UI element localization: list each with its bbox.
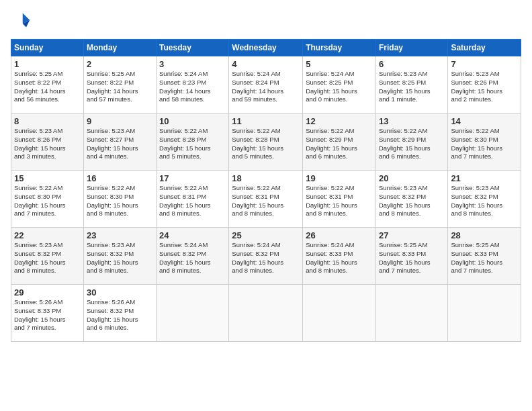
day-number: 17 <box>159 173 226 183</box>
day-number: 8 <box>14 116 81 126</box>
day-number: 28 <box>451 230 518 240</box>
calendar-cell: 8Sunrise: 5:23 AM Sunset: 8:26 PM Daylig… <box>11 113 84 171</box>
day-info: Sunrise: 5:26 AM Sunset: 8:32 PM Dayligh… <box>87 298 153 332</box>
calendar-header-row: SundayMondayTuesdayWednesdayThursdayFrid… <box>11 40 521 56</box>
day-number: 3 <box>159 59 226 69</box>
week-row-3: 15Sunrise: 5:22 AM Sunset: 8:30 PM Dayli… <box>11 171 521 228</box>
day-number: 12 <box>306 116 373 126</box>
day-info: Sunrise: 5:23 AM Sunset: 8:32 PM Dayligh… <box>14 241 81 275</box>
day-header-friday: Friday <box>375 40 447 56</box>
header <box>11 11 521 32</box>
calendar-cell: 6Sunrise: 5:23 AM Sunset: 8:25 PM Daylig… <box>375 56 447 113</box>
calendar-cell: 9Sunrise: 5:23 AM Sunset: 8:27 PM Daylig… <box>83 113 156 171</box>
calendar-cell: 25Sunrise: 5:24 AM Sunset: 8:32 PM Dayli… <box>229 228 303 285</box>
calendar-cell: 12Sunrise: 5:22 AM Sunset: 8:29 PM Dayli… <box>303 113 376 171</box>
day-info: Sunrise: 5:23 AM Sunset: 8:26 PM Dayligh… <box>451 70 518 104</box>
day-number: 29 <box>14 287 81 298</box>
calendar-cell: 13Sunrise: 5:22 AM Sunset: 8:29 PM Dayli… <box>375 113 447 171</box>
day-number: 10 <box>159 116 226 126</box>
calendar-cell: 16Sunrise: 5:22 AM Sunset: 8:30 PM Dayli… <box>83 171 156 228</box>
calendar-cell: 2Sunrise: 5:25 AM Sunset: 8:22 PM Daylig… <box>83 56 156 113</box>
calendar-cell <box>375 285 447 342</box>
day-info: Sunrise: 5:22 AM Sunset: 8:31 PM Dayligh… <box>306 184 373 218</box>
day-number: 7 <box>451 59 518 69</box>
day-number: 30 <box>87 287 153 298</box>
day-info: Sunrise: 5:23 AM Sunset: 8:27 PM Dayligh… <box>87 127 153 161</box>
day-info: Sunrise: 5:25 AM Sunset: 8:33 PM Dayligh… <box>451 241 518 275</box>
day-header-wednesday: Wednesday <box>229 40 303 56</box>
day-header-monday: Monday <box>83 40 156 56</box>
week-row-4: 22Sunrise: 5:23 AM Sunset: 8:32 PM Dayli… <box>11 228 521 285</box>
page: SundayMondayTuesdayWednesdayThursdayFrid… <box>0 0 532 411</box>
day-number: 2 <box>87 59 153 69</box>
day-number: 5 <box>306 59 373 69</box>
day-info: Sunrise: 5:25 AM Sunset: 8:22 PM Dayligh… <box>87 70 153 104</box>
day-number: 4 <box>232 59 300 69</box>
day-number: 20 <box>379 173 445 183</box>
day-header-saturday: Saturday <box>448 40 521 56</box>
day-number: 11 <box>232 116 300 126</box>
calendar-cell: 3Sunrise: 5:24 AM Sunset: 8:23 PM Daylig… <box>157 56 229 113</box>
day-info: Sunrise: 5:22 AM Sunset: 8:28 PM Dayligh… <box>159 127 226 161</box>
day-number: 24 <box>159 230 226 240</box>
calendar-cell: 15Sunrise: 5:22 AM Sunset: 8:30 PM Dayli… <box>11 171 84 228</box>
day-info: Sunrise: 5:22 AM Sunset: 8:31 PM Dayligh… <box>159 184 226 218</box>
calendar-cell: 18Sunrise: 5:22 AM Sunset: 8:31 PM Dayli… <box>229 171 303 228</box>
calendar-cell <box>157 285 229 342</box>
day-info: Sunrise: 5:24 AM Sunset: 8:32 PM Dayligh… <box>159 241 226 275</box>
day-info: Sunrise: 5:24 AM Sunset: 8:33 PM Dayligh… <box>306 241 373 275</box>
calendar-cell: 21Sunrise: 5:23 AM Sunset: 8:32 PM Dayli… <box>448 171 521 228</box>
calendar-cell: 26Sunrise: 5:24 AM Sunset: 8:33 PM Dayli… <box>303 228 376 285</box>
day-info: Sunrise: 5:23 AM Sunset: 8:32 PM Dayligh… <box>451 184 518 218</box>
calendar-cell: 30Sunrise: 5:26 AM Sunset: 8:32 PM Dayli… <box>83 285 156 342</box>
day-number: 1 <box>14 59 81 69</box>
calendar-cell: 17Sunrise: 5:22 AM Sunset: 8:31 PM Dayli… <box>157 171 229 228</box>
calendar-cell: 20Sunrise: 5:23 AM Sunset: 8:32 PM Dayli… <box>375 171 447 228</box>
day-info: Sunrise: 5:25 AM Sunset: 8:22 PM Dayligh… <box>14 70 81 104</box>
day-number: 14 <box>451 116 518 126</box>
day-number: 15 <box>14 173 81 183</box>
day-info: Sunrise: 5:22 AM Sunset: 8:29 PM Dayligh… <box>306 127 373 161</box>
calendar-cell: 7Sunrise: 5:23 AM Sunset: 8:26 PM Daylig… <box>448 56 521 113</box>
calendar-cell: 23Sunrise: 5:23 AM Sunset: 8:32 PM Dayli… <box>83 228 156 285</box>
day-info: Sunrise: 5:23 AM Sunset: 8:32 PM Dayligh… <box>379 184 445 218</box>
calendar-cell: 19Sunrise: 5:22 AM Sunset: 8:31 PM Dayli… <box>303 171 376 228</box>
calendar-cell <box>229 285 303 342</box>
day-info: Sunrise: 5:24 AM Sunset: 8:25 PM Dayligh… <box>306 70 373 104</box>
week-row-1: 1Sunrise: 5:25 AM Sunset: 8:22 PM Daylig… <box>11 56 521 113</box>
calendar-cell: 29Sunrise: 5:26 AM Sunset: 8:33 PM Dayli… <box>11 285 84 342</box>
day-info: Sunrise: 5:22 AM Sunset: 8:31 PM Dayligh… <box>232 184 300 218</box>
calendar-cell: 4Sunrise: 5:24 AM Sunset: 8:24 PM Daylig… <box>229 56 303 113</box>
calendar-cell: 24Sunrise: 5:24 AM Sunset: 8:32 PM Dayli… <box>157 228 229 285</box>
calendar-cell <box>303 285 376 342</box>
day-number: 25 <box>232 230 300 240</box>
calendar-cell: 11Sunrise: 5:22 AM Sunset: 8:28 PM Dayli… <box>229 113 303 171</box>
day-info: Sunrise: 5:24 AM Sunset: 8:23 PM Dayligh… <box>159 70 226 104</box>
day-info: Sunrise: 5:23 AM Sunset: 8:25 PM Dayligh… <box>379 70 445 104</box>
week-row-5: 29Sunrise: 5:26 AM Sunset: 8:33 PM Dayli… <box>11 285 521 342</box>
week-row-2: 8Sunrise: 5:23 AM Sunset: 8:26 PM Daylig… <box>11 113 521 171</box>
calendar-cell: 14Sunrise: 5:22 AM Sunset: 8:30 PM Dayli… <box>448 113 521 171</box>
day-header-sunday: Sunday <box>11 40 84 56</box>
day-header-tuesday: Tuesday <box>157 40 229 56</box>
calendar-cell: 27Sunrise: 5:25 AM Sunset: 8:33 PM Dayli… <box>375 228 447 285</box>
calendar-cell: 5Sunrise: 5:24 AM Sunset: 8:25 PM Daylig… <box>303 56 376 113</box>
day-number: 16 <box>87 173 153 183</box>
day-number: 9 <box>87 116 153 126</box>
day-header-thursday: Thursday <box>303 40 376 56</box>
day-number: 13 <box>379 116 445 126</box>
day-info: Sunrise: 5:23 AM Sunset: 8:32 PM Dayligh… <box>87 241 153 275</box>
day-number: 22 <box>14 230 81 240</box>
logo-icon <box>12 11 31 30</box>
day-number: 27 <box>379 230 445 240</box>
day-info: Sunrise: 5:22 AM Sunset: 8:29 PM Dayligh… <box>379 127 445 161</box>
day-info: Sunrise: 5:22 AM Sunset: 8:30 PM Dayligh… <box>451 127 518 161</box>
day-number: 18 <box>232 173 300 183</box>
calendar-table: SundayMondayTuesdayWednesdayThursdayFrid… <box>11 39 521 342</box>
day-info: Sunrise: 5:24 AM Sunset: 8:24 PM Dayligh… <box>232 70 300 104</box>
calendar-cell: 22Sunrise: 5:23 AM Sunset: 8:32 PM Dayli… <box>11 228 84 285</box>
day-info: Sunrise: 5:23 AM Sunset: 8:26 PM Dayligh… <box>14 127 81 161</box>
calendar-cell: 1Sunrise: 5:25 AM Sunset: 8:22 PM Daylig… <box>11 56 84 113</box>
calendar-cell <box>448 285 521 342</box>
day-info: Sunrise: 5:25 AM Sunset: 8:33 PM Dayligh… <box>379 241 445 275</box>
